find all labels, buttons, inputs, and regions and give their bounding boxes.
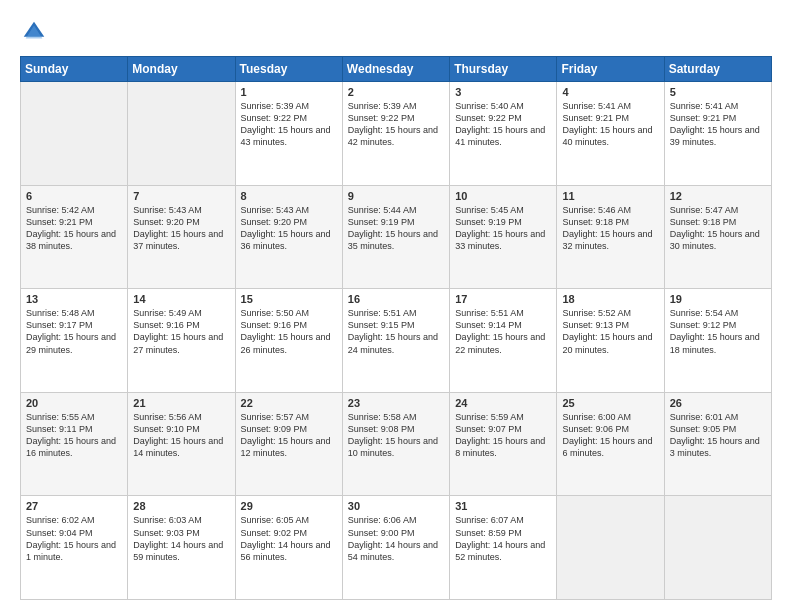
week-row-5: 27Sunrise: 6:02 AMSunset: 9:04 PMDayligh…	[21, 496, 772, 600]
week-row-3: 13Sunrise: 5:48 AMSunset: 9:17 PMDayligh…	[21, 289, 772, 393]
calendar-cell: 31Sunrise: 6:07 AMSunset: 8:59 PMDayligh…	[450, 496, 557, 600]
day-number: 14	[133, 293, 229, 305]
cell-content: Sunrise: 5:39 AMSunset: 9:22 PMDaylight:…	[348, 100, 444, 149]
day-number: 6	[26, 190, 122, 202]
cell-content: Sunrise: 5:59 AMSunset: 9:07 PMDaylight:…	[455, 411, 551, 460]
cell-content: Sunrise: 5:44 AMSunset: 9:19 PMDaylight:…	[348, 204, 444, 253]
day-number: 17	[455, 293, 551, 305]
calendar-cell: 23Sunrise: 5:58 AMSunset: 9:08 PMDayligh…	[342, 392, 449, 496]
day-header-thursday: Thursday	[450, 57, 557, 82]
cell-content: Sunrise: 5:54 AMSunset: 9:12 PMDaylight:…	[670, 307, 766, 356]
cell-content: Sunrise: 5:39 AMSunset: 9:22 PMDaylight:…	[241, 100, 337, 149]
day-header-saturday: Saturday	[664, 57, 771, 82]
cell-content: Sunrise: 5:52 AMSunset: 9:13 PMDaylight:…	[562, 307, 658, 356]
cell-content: Sunrise: 5:41 AMSunset: 9:21 PMDaylight:…	[562, 100, 658, 149]
cell-content: Sunrise: 5:47 AMSunset: 9:18 PMDaylight:…	[670, 204, 766, 253]
logo	[20, 18, 52, 46]
cell-content: Sunrise: 5:56 AMSunset: 9:10 PMDaylight:…	[133, 411, 229, 460]
cell-content: Sunrise: 5:42 AMSunset: 9:21 PMDaylight:…	[26, 204, 122, 253]
calendar-cell: 11Sunrise: 5:46 AMSunset: 9:18 PMDayligh…	[557, 185, 664, 289]
calendar-cell: 19Sunrise: 5:54 AMSunset: 9:12 PMDayligh…	[664, 289, 771, 393]
cell-content: Sunrise: 5:51 AMSunset: 9:15 PMDaylight:…	[348, 307, 444, 356]
cell-content: Sunrise: 5:49 AMSunset: 9:16 PMDaylight:…	[133, 307, 229, 356]
calendar-cell: 13Sunrise: 5:48 AMSunset: 9:17 PMDayligh…	[21, 289, 128, 393]
day-number: 24	[455, 397, 551, 409]
calendar-cell: 22Sunrise: 5:57 AMSunset: 9:09 PMDayligh…	[235, 392, 342, 496]
calendar-cell: 12Sunrise: 5:47 AMSunset: 9:18 PMDayligh…	[664, 185, 771, 289]
day-number: 15	[241, 293, 337, 305]
calendar-cell: 27Sunrise: 6:02 AMSunset: 9:04 PMDayligh…	[21, 496, 128, 600]
day-number: 16	[348, 293, 444, 305]
calendar-cell	[128, 82, 235, 186]
day-header-monday: Monday	[128, 57, 235, 82]
calendar-cell: 14Sunrise: 5:49 AMSunset: 9:16 PMDayligh…	[128, 289, 235, 393]
calendar-cell: 29Sunrise: 6:05 AMSunset: 9:02 PMDayligh…	[235, 496, 342, 600]
day-header-sunday: Sunday	[21, 57, 128, 82]
calendar-cell: 7Sunrise: 5:43 AMSunset: 9:20 PMDaylight…	[128, 185, 235, 289]
cell-content: Sunrise: 6:07 AMSunset: 8:59 PMDaylight:…	[455, 514, 551, 563]
cell-content: Sunrise: 5:55 AMSunset: 9:11 PMDaylight:…	[26, 411, 122, 460]
cell-content: Sunrise: 6:00 AMSunset: 9:06 PMDaylight:…	[562, 411, 658, 460]
calendar-cell: 28Sunrise: 6:03 AMSunset: 9:03 PMDayligh…	[128, 496, 235, 600]
cell-content: Sunrise: 5:51 AMSunset: 9:14 PMDaylight:…	[455, 307, 551, 356]
day-number: 19	[670, 293, 766, 305]
day-header-friday: Friday	[557, 57, 664, 82]
calendar-cell: 4Sunrise: 5:41 AMSunset: 9:21 PMDaylight…	[557, 82, 664, 186]
cell-content: Sunrise: 5:43 AMSunset: 9:20 PMDaylight:…	[241, 204, 337, 253]
calendar-cell: 6Sunrise: 5:42 AMSunset: 9:21 PMDaylight…	[21, 185, 128, 289]
day-number: 21	[133, 397, 229, 409]
day-number: 31	[455, 500, 551, 512]
cell-content: Sunrise: 6:02 AMSunset: 9:04 PMDaylight:…	[26, 514, 122, 563]
day-number: 29	[241, 500, 337, 512]
day-number: 23	[348, 397, 444, 409]
calendar-cell: 15Sunrise: 5:50 AMSunset: 9:16 PMDayligh…	[235, 289, 342, 393]
cell-content: Sunrise: 5:40 AMSunset: 9:22 PMDaylight:…	[455, 100, 551, 149]
day-number: 1	[241, 86, 337, 98]
day-number: 8	[241, 190, 337, 202]
day-number: 3	[455, 86, 551, 98]
day-number: 12	[670, 190, 766, 202]
calendar-cell	[557, 496, 664, 600]
day-number: 2	[348, 86, 444, 98]
day-number: 9	[348, 190, 444, 202]
calendar-table: SundayMondayTuesdayWednesdayThursdayFrid…	[20, 56, 772, 600]
calendar-cell: 16Sunrise: 5:51 AMSunset: 9:15 PMDayligh…	[342, 289, 449, 393]
cell-content: Sunrise: 5:50 AMSunset: 9:16 PMDaylight:…	[241, 307, 337, 356]
calendar-cell	[21, 82, 128, 186]
day-number: 7	[133, 190, 229, 202]
calendar-cell: 8Sunrise: 5:43 AMSunset: 9:20 PMDaylight…	[235, 185, 342, 289]
page: SundayMondayTuesdayWednesdayThursdayFrid…	[0, 0, 792, 612]
calendar-cell: 9Sunrise: 5:44 AMSunset: 9:19 PMDaylight…	[342, 185, 449, 289]
day-number: 22	[241, 397, 337, 409]
cell-content: Sunrise: 6:01 AMSunset: 9:05 PMDaylight:…	[670, 411, 766, 460]
day-number: 26	[670, 397, 766, 409]
calendar-cell	[664, 496, 771, 600]
calendar-cell: 21Sunrise: 5:56 AMSunset: 9:10 PMDayligh…	[128, 392, 235, 496]
day-header-tuesday: Tuesday	[235, 57, 342, 82]
day-number: 5	[670, 86, 766, 98]
day-number: 11	[562, 190, 658, 202]
calendar-cell: 24Sunrise: 5:59 AMSunset: 9:07 PMDayligh…	[450, 392, 557, 496]
cell-content: Sunrise: 5:58 AMSunset: 9:08 PMDaylight:…	[348, 411, 444, 460]
header-row: SundayMondayTuesdayWednesdayThursdayFrid…	[21, 57, 772, 82]
week-row-4: 20Sunrise: 5:55 AMSunset: 9:11 PMDayligh…	[21, 392, 772, 496]
cell-content: Sunrise: 5:43 AMSunset: 9:20 PMDaylight:…	[133, 204, 229, 253]
calendar-cell: 20Sunrise: 5:55 AMSunset: 9:11 PMDayligh…	[21, 392, 128, 496]
header	[20, 18, 772, 46]
day-number: 18	[562, 293, 658, 305]
day-number: 20	[26, 397, 122, 409]
calendar-cell: 25Sunrise: 6:00 AMSunset: 9:06 PMDayligh…	[557, 392, 664, 496]
cell-content: Sunrise: 6:05 AMSunset: 9:02 PMDaylight:…	[241, 514, 337, 563]
cell-content: Sunrise: 5:48 AMSunset: 9:17 PMDaylight:…	[26, 307, 122, 356]
calendar-cell: 30Sunrise: 6:06 AMSunset: 9:00 PMDayligh…	[342, 496, 449, 600]
day-number: 10	[455, 190, 551, 202]
calendar-cell: 2Sunrise: 5:39 AMSunset: 9:22 PMDaylight…	[342, 82, 449, 186]
cell-content: Sunrise: 5:45 AMSunset: 9:19 PMDaylight:…	[455, 204, 551, 253]
cell-content: Sunrise: 6:06 AMSunset: 9:00 PMDaylight:…	[348, 514, 444, 563]
day-number: 25	[562, 397, 658, 409]
cell-content: Sunrise: 6:03 AMSunset: 9:03 PMDaylight:…	[133, 514, 229, 563]
cell-content: Sunrise: 5:46 AMSunset: 9:18 PMDaylight:…	[562, 204, 658, 253]
calendar-cell: 26Sunrise: 6:01 AMSunset: 9:05 PMDayligh…	[664, 392, 771, 496]
cell-content: Sunrise: 5:57 AMSunset: 9:09 PMDaylight:…	[241, 411, 337, 460]
week-row-2: 6Sunrise: 5:42 AMSunset: 9:21 PMDaylight…	[21, 185, 772, 289]
